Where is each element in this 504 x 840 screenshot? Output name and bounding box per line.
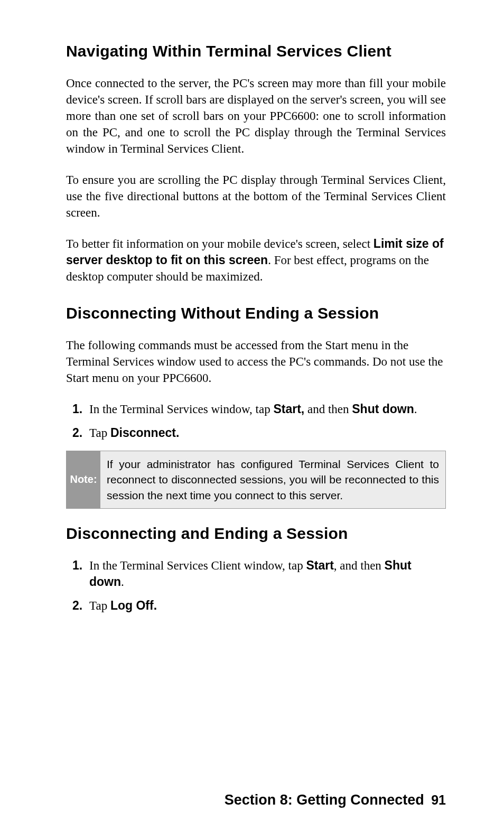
frag-e1d: . bbox=[121, 575, 124, 589]
para-nav-3a: To better fit information on your mobile… bbox=[66, 237, 374, 250]
para-nav-1: Once connected to the server, the PC's s… bbox=[66, 75, 446, 157]
label-disconnect: Disconnect. bbox=[110, 426, 179, 440]
step-disc-end-1: In the Terminal Services Client window, … bbox=[87, 557, 446, 590]
note-label: Note: bbox=[67, 451, 100, 508]
page-footer: Section 8: Getting Connected 91 bbox=[225, 792, 446, 808]
para-disc-noend-intro: The following commands must be accessed … bbox=[66, 337, 446, 386]
footer-section-title: Section 8: Getting Connected bbox=[225, 792, 424, 808]
frag-s1d: . bbox=[414, 403, 417, 416]
para-nav-3: To better fit information on your mobile… bbox=[66, 236, 446, 285]
footer-page-number: 91 bbox=[431, 792, 446, 807]
step-disc-end-2: Tap Log Off. bbox=[87, 598, 446, 614]
step-disc-noend-2: Tap Disconnect. bbox=[87, 425, 446, 441]
label-logoff: Log Off. bbox=[110, 599, 157, 612]
para-nav-2: To ensure you are scrolling the PC displ… bbox=[66, 172, 446, 221]
steps-disc-noend: In the Terminal Services window, tap Sta… bbox=[66, 401, 446, 441]
heading-navigating: Navigating Within Terminal Services Clie… bbox=[66, 42, 446, 60]
frag-s1c: and then bbox=[304, 403, 352, 416]
label-start-1: Start, bbox=[273, 402, 304, 416]
steps-disc-end: In the Terminal Services Client window, … bbox=[66, 557, 446, 614]
label-start-2: Start bbox=[306, 558, 333, 572]
label-shutdown-1: Shut down bbox=[352, 402, 414, 416]
frag-e2a: Tap bbox=[89, 599, 110, 612]
heading-disconnect-noend: Disconnecting Without Ending a Session bbox=[66, 304, 446, 322]
heading-disconnect-end: Disconnecting and Ending a Session bbox=[66, 525, 446, 543]
frag-e1a: In the Terminal Services Client window, … bbox=[89, 559, 306, 572]
step-disc-noend-1: In the Terminal Services window, tap Sta… bbox=[87, 401, 446, 417]
note-box: Note: If your administrator has configur… bbox=[66, 451, 446, 509]
note-text: If your administrator has configured Ter… bbox=[100, 451, 445, 508]
frag-s1a: In the Terminal Services window, tap bbox=[89, 403, 273, 416]
frag-s2a: Tap bbox=[89, 426, 110, 440]
frag-e1c: , and then bbox=[334, 559, 385, 572]
